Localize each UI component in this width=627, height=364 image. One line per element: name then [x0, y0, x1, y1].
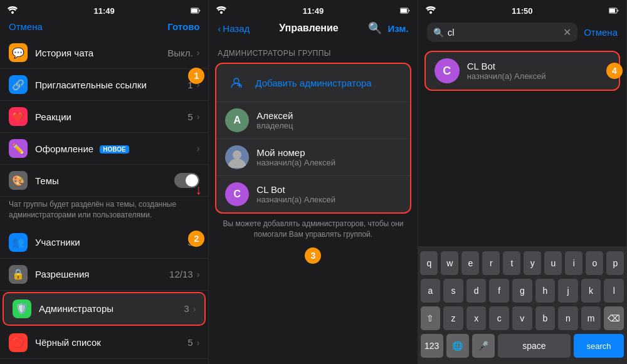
key-y[interactable]: y — [524, 251, 541, 275]
svg-rect-10 — [609, 9, 615, 13]
permissions-label: Разрешения — [35, 269, 169, 279]
key-a[interactable]: a — [421, 279, 441, 303]
history-chevron: › — [197, 48, 200, 58]
reactions-label: Реакции — [35, 112, 187, 122]
settings-item-recent[interactable]: 👁️ Недавние действия › — [0, 359, 208, 364]
cancel-button[interactable]: Отмена — [9, 21, 43, 32]
key-k[interactable]: k — [581, 279, 601, 303]
settings-item-invites[interactable]: 🔗 Пригласительные ссылки 1 › — [0, 69, 208, 101]
svg-point-3 — [220, 11, 223, 14]
status-time-3: 11:50 — [512, 6, 532, 16]
key-v[interactable]: v — [512, 306, 532, 330]
key-u[interactable]: u — [544, 251, 562, 275]
key-f[interactable]: f — [489, 279, 509, 303]
history-value: Выкл. — [167, 48, 192, 58]
key-o[interactable]: o — [586, 251, 603, 275]
search-results-area: C CL Bot назначил(а) Алексей — [418, 46, 626, 246]
key-l[interactable]: l — [604, 279, 624, 303]
key-globe[interactable]: 🌐 — [446, 334, 469, 358]
key-i[interactable]: i — [565, 251, 582, 275]
key-b[interactable]: b — [535, 306, 556, 330]
done-button[interactable]: Готово — [167, 21, 199, 32]
wifi-signal-icon-2 — [216, 5, 226, 16]
design-chevron: › — [197, 143, 200, 153]
panel2-title: Управление — [279, 23, 339, 34]
key-x[interactable]: x — [466, 306, 487, 330]
settings-item-members[interactable]: 👥 Участники 3 › — [0, 227, 208, 259]
keyboard-row-1: q w e r t y u i o p — [421, 251, 624, 275]
search-value[interactable]: cl — [448, 27, 560, 38]
admins-count: 3 — [184, 303, 189, 314]
key-delete[interactable]: ⌫ — [604, 306, 624, 330]
search-cancel-button[interactable]: Отмена — [584, 27, 618, 38]
permissions-chevron: › — [197, 269, 200, 279]
admins-section-header: АДМИНИСТРАТОРЫ ГРУППЫ — [209, 46, 417, 63]
key-p[interactable]: p — [606, 251, 624, 275]
settings-item-admins[interactable]: 🛡️ Администраторы 3 › — [3, 292, 206, 326]
key-space[interactable]: space — [498, 334, 571, 358]
settings-item-reactions[interactable]: ❤️ Реакции 5 › — [0, 101, 208, 133]
key-m[interactable]: m — [581, 306, 601, 330]
key-search[interactable]: search — [574, 334, 624, 358]
settings-item-blacklist[interactable]: 🚫 Чёрный список 5 › — [0, 327, 208, 359]
admin-role-alexey: владелец — [256, 121, 401, 130]
key-w[interactable]: w — [441, 251, 458, 275]
search-icon-nav[interactable]: 🔍 — [368, 21, 382, 35]
history-label: История чата — [35, 48, 167, 58]
result-name-clbot: CL Bot — [467, 61, 610, 71]
admin-avatar-clbot: C — [225, 182, 249, 206]
search-input-wrap[interactable]: 🔍 cl ✕ — [427, 23, 578, 42]
key-j[interactable]: j — [558, 279, 578, 303]
key-t[interactable]: t — [503, 251, 520, 275]
settings-item-design[interactable]: ✏️ Оформление НОВОЕ › — [0, 133, 208, 165]
admin-role-clbot: назначил(а) Алексей — [256, 195, 401, 204]
admin-card: Добавить администратора А Алексей владел… — [215, 63, 411, 214]
settings-item-themes[interactable]: 🎨 Темы — [0, 165, 208, 197]
key-shift[interactable]: ⇧ — [421, 306, 441, 330]
edit-button-2[interactable]: Изм. — [388, 23, 409, 34]
key-c[interactable]: c — [489, 306, 509, 330]
invites-label: Пригласительные ссылки — [35, 80, 187, 90]
key-q[interactable]: q — [420, 251, 438, 275]
key-d[interactable]: d — [466, 279, 487, 303]
themes-note: Чат группы будет разделён на темы, созда… — [0, 197, 208, 227]
battery-icon-3 — [609, 8, 619, 14]
add-admin-button[interactable]: Добавить администратора — [216, 64, 409, 102]
search-result-clbot[interactable]: C CL Bot назначил(а) Алексей — [424, 51, 620, 91]
settings-list: 💬 История чата Выкл. › 🔗 Пригласительные… — [0, 37, 208, 364]
admin-item-mynumber[interactable]: Мой номер назначил(а) Алексей — [216, 139, 409, 176]
key-mic[interactable]: 🎤 — [472, 334, 495, 358]
key-h[interactable]: h — [535, 279, 556, 303]
key-g[interactable]: g — [512, 279, 532, 303]
svg-rect-5 — [401, 9, 407, 13]
admin-avatar-alexey: А — [225, 108, 249, 132]
battery-icon-1 — [191, 8, 201, 14]
admin-item-alexey[interactable]: А Алексей владелец — [216, 102, 409, 139]
key-n[interactable]: n — [558, 306, 578, 330]
key-e[interactable]: e — [461, 251, 479, 275]
reactions-chevron: › — [197, 112, 200, 122]
settings-item-permissions[interactable]: 🔒 Разрешения 12/13 › — [0, 259, 208, 291]
svg-point-0 — [11, 11, 14, 14]
key-numbers[interactable]: 123 — [421, 334, 443, 358]
annotation-badge-3: 3 — [305, 247, 321, 264]
search-panel: 11:50 🔍 cl ✕ Отмена C CL Bot назначил(а)… — [418, 0, 627, 364]
admin-item-clbot[interactable]: C CL Bot назначил(а) Алексей — [216, 176, 409, 212]
admin-avatar-mynumber — [225, 145, 249, 169]
keyboard-row-3: ⇧ z x c v b n m ⌫ — [421, 306, 624, 330]
admin-name-clbot: CL Bot — [256, 184, 401, 195]
key-r[interactable]: r — [482, 251, 500, 275]
keyboard: q w e r t y u i o p a s d f g h j k l ⇧ … — [418, 246, 626, 364]
key-z[interactable]: z — [443, 306, 463, 330]
search-clear-button[interactable]: ✕ — [563, 26, 571, 38]
reactions-count: 5 — [187, 112, 192, 122]
settings-item-history[interactable]: 💬 История чата Выкл. › — [0, 37, 208, 69]
admins-chevron: › — [193, 304, 196, 314]
permissions-count: 12/13 — [169, 269, 193, 279]
svg-point-6 — [234, 78, 239, 83]
key-s[interactable]: s — [443, 279, 463, 303]
back-button-2[interactable]: ‹ Назад — [218, 23, 250, 34]
result-sub-clbot: назначил(а) Алексей — [467, 71, 610, 81]
svg-point-8 — [429, 11, 432, 14]
svg-rect-2 — [191, 9, 198, 13]
